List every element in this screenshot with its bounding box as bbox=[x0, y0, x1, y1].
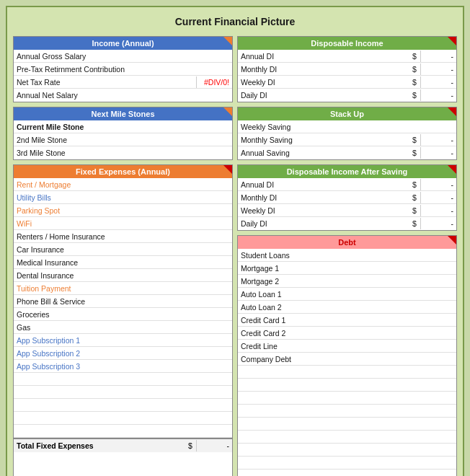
das-currency-2: $ bbox=[409, 192, 420, 203]
das-value-1: - bbox=[420, 179, 456, 190]
debt-label-9: Company Debt bbox=[238, 353, 456, 365]
debt-section: Debt Student Loans Mortgage 1 Mortgage 2… bbox=[237, 235, 457, 476]
su-value-3: - bbox=[420, 147, 456, 159]
fe-spacer-3 bbox=[14, 399, 232, 412]
di-row-4: Daily DI $ - bbox=[238, 89, 456, 102]
corner-triangle-orange bbox=[223, 37, 232, 45]
das-label-2: Monthly DI bbox=[238, 192, 409, 203]
debt-row-7: Credit Card 2 bbox=[238, 327, 456, 340]
debt-row-6: Credit Card 1 bbox=[238, 314, 456, 327]
fe-row-15: App Subscription 3 bbox=[14, 360, 232, 373]
di-value-4: - bbox=[420, 89, 456, 101]
corner-triangle-milestone bbox=[223, 107, 232, 116]
di-value-2: - bbox=[420, 63, 456, 75]
debt-body: Student Loans Mortgage 1 Mortgage 2 Auto… bbox=[238, 249, 456, 476]
milestone-row-2: 2nd Mile Stone bbox=[14, 133, 232, 146]
fe-row-1: Rent / Mortgage bbox=[14, 178, 232, 191]
income-row-1: Annual Gross Salary bbox=[14, 50, 232, 63]
fe-spacer-4 bbox=[14, 412, 232, 425]
fe-label-5: Renters / Home Insurance bbox=[14, 231, 232, 242]
milestone-label-1: Current Mile Stone bbox=[14, 121, 232, 133]
disposable-income-section: Disposable Income Annual DI $ - Monthly … bbox=[237, 36, 457, 102]
su-currency-2: $ bbox=[409, 134, 420, 146]
page-title: Current Financial Picture bbox=[13, 13, 457, 30]
fe-row-12: Gas bbox=[14, 321, 232, 334]
corner-triangle-das bbox=[448, 165, 456, 174]
debt-spacer-9 bbox=[238, 470, 456, 476]
stack-up-body: Weekly Saving Monthly Saving $ - Annual … bbox=[238, 120, 456, 159]
fe-row-10: Phone Bill & Service bbox=[14, 295, 232, 308]
debt-label-6: Credit Card 1 bbox=[238, 314, 456, 326]
su-label-3: Annual Saving bbox=[238, 147, 409, 159]
di-label-4: Daily DI bbox=[238, 89, 409, 101]
debt-spacer-4 bbox=[238, 405, 456, 418]
fe-label-4: WiFi bbox=[14, 218, 232, 229]
income-row-3: Net Tax Rate #DIV/0! bbox=[14, 76, 232, 89]
di-currency-4: $ bbox=[409, 89, 420, 101]
stack-up-section: Stack Up Weekly Saving Monthly Saving $ … bbox=[237, 107, 457, 160]
disposable-after-saving-header: Disposable Income After Saving bbox=[238, 165, 456, 178]
disposable-after-saving-body: Annual DI $ - Monthly DI $ - Weekly DI $… bbox=[238, 178, 456, 230]
fe-row-6: Car Insurance bbox=[14, 243, 232, 256]
debt-label-3: Mortgage 2 bbox=[238, 276, 456, 287]
fe-row-11: Groceries bbox=[14, 308, 232, 321]
left-column: Income (Annual) Annual Gross Salary Pre-… bbox=[13, 36, 233, 476]
debt-row-9: Company Debt bbox=[238, 353, 456, 366]
debt-label-8: Credit Line bbox=[238, 340, 456, 352]
fe-label-1: Rent / Mortgage bbox=[14, 179, 232, 190]
fixed-expenses-section: Fixed Expenses (Annual) Rent / Mortgage … bbox=[13, 164, 233, 476]
fe-total-value: - bbox=[196, 440, 232, 451]
su-label-2: Monthly Saving bbox=[238, 134, 409, 146]
fe-row-3: Parking Spot bbox=[14, 204, 232, 217]
das-label-1: Annual DI bbox=[238, 179, 409, 190]
right-column: Disposable Income Annual DI $ - Monthly … bbox=[237, 36, 457, 476]
stack-up-header: Stack Up bbox=[238, 107, 456, 120]
fe-row-7: Medical Insurance bbox=[14, 256, 232, 269]
di-label-3: Weekly DI bbox=[238, 76, 409, 88]
das-row-1: Annual DI $ - bbox=[238, 178, 456, 191]
di-currency-1: $ bbox=[409, 50, 420, 62]
das-value-2: - bbox=[420, 192, 456, 203]
debt-row-3: Mortgage 2 bbox=[238, 275, 456, 288]
milestones-body: Current Mile Stone 2nd Mile Stone 3rd Mi… bbox=[14, 120, 232, 159]
debt-spacer-1 bbox=[238, 366, 456, 379]
milestones-section: Next Mile Stones Current Mile Stone 2nd … bbox=[13, 107, 233, 160]
disposable-after-saving-section: Disposable Income After Saving Annual DI… bbox=[237, 164, 457, 231]
das-currency-3: $ bbox=[409, 205, 420, 216]
su-value-2: - bbox=[420, 134, 456, 146]
income-label-3: Net Tax Rate bbox=[14, 76, 196, 88]
di-value-3: - bbox=[420, 76, 456, 88]
su-currency-3: $ bbox=[409, 147, 420, 159]
das-row-4: Daily DI $ - bbox=[238, 217, 456, 230]
debt-label-1: Student Loans bbox=[238, 250, 456, 261]
main-grid: Income (Annual) Annual Gross Salary Pre-… bbox=[13, 36, 457, 476]
income-header: Income (Annual) bbox=[14, 37, 232, 50]
di-row-1: Annual DI $ - bbox=[238, 50, 456, 63]
income-body: Annual Gross Salary Pre-Tax Retirnment C… bbox=[14, 50, 232, 102]
fe-spacer-5 bbox=[14, 425, 232, 438]
fe-label-14: App Subscription 2 bbox=[14, 348, 232, 359]
debt-spacer-7 bbox=[238, 444, 456, 457]
income-row-4: Annual Net Salary bbox=[14, 89, 232, 102]
fe-label-15: App Subscription 3 bbox=[14, 361, 232, 372]
su-label-1: Weekly Saving bbox=[238, 121, 456, 133]
di-row-2: Monthly DI $ - bbox=[238, 63, 456, 76]
page-container: Current Financial Picture Income (Annual… bbox=[6, 6, 464, 476]
fe-label-13: App Subscription 1 bbox=[14, 335, 232, 346]
di-label-2: Monthly DI bbox=[238, 63, 409, 75]
debt-header: Debt bbox=[238, 236, 456, 249]
fe-label-7: Medical Insurance bbox=[14, 257, 232, 268]
fe-row-5: Renters / Home Insurance bbox=[14, 230, 232, 243]
fe-total-currency: $ bbox=[185, 440, 196, 451]
disposable-income-header: Disposable Income bbox=[238, 37, 456, 50]
debt-spacer-6 bbox=[238, 431, 456, 444]
debt-row-5: Auto Loan 2 bbox=[238, 301, 456, 314]
fixed-expenses-total: Total Fixed Expenses $ - bbox=[14, 438, 232, 452]
das-row-2: Monthly DI $ - bbox=[238, 191, 456, 204]
milestone-row-3: 3rd Mile Stone bbox=[14, 146, 232, 159]
debt-spacer-8 bbox=[238, 457, 456, 470]
debt-row-8: Credit Line bbox=[238, 340, 456, 353]
fe-row-4: WiFi bbox=[14, 217, 232, 230]
corner-triangle-debt bbox=[448, 236, 456, 244]
das-value-4: - bbox=[420, 218, 456, 229]
